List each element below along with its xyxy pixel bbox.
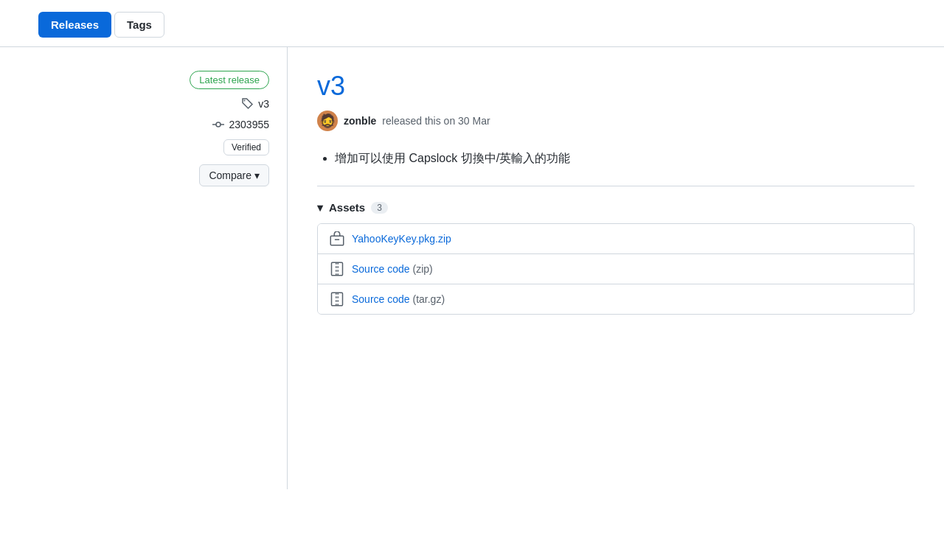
asset-link-zip[interactable]: Source code (zip)	[352, 263, 433, 275]
author-avatar: 🧔	[317, 111, 338, 131]
archive-icon	[330, 262, 344, 276]
sidebar: Latest release v3 2303955 Verified Compa…	[0, 47, 288, 489]
asset-name: Source code	[352, 293, 410, 305]
asset-item: YahooKeyKey.pkg.zip	[318, 224, 914, 254]
release-meta: 🧔 zonble released this on 30 Mar	[317, 111, 914, 131]
targz-icon	[330, 292, 344, 307]
tab-tags[interactable]: Tags	[114, 12, 164, 38]
release-body-item: 增加可以使用 Capslock 切換中/英輸入的功能	[335, 149, 914, 168]
svg-point-0	[244, 100, 246, 102]
release-version-title: v3	[317, 71, 914, 102]
asset-name: Source code	[352, 263, 410, 275]
svg-rect-4	[330, 236, 344, 245]
tag-icon	[242, 98, 254, 110]
asset-item: Source code (tar.gz)	[318, 284, 914, 314]
release-body: 增加可以使用 Capslock 切換中/英輸入的功能	[317, 149, 914, 168]
asset-suffix: (tar.gz)	[410, 293, 445, 305]
asset-link-pkg[interactable]: YahooKeyKey.pkg.zip	[352, 233, 451, 245]
svg-rect-6	[332, 262, 343, 276]
asset-item: Source code (zip)	[318, 254, 914, 284]
asset-suffix: (zip)	[410, 263, 433, 275]
asset-link-targz[interactable]: Source code (tar.gz)	[352, 293, 445, 305]
release-meta-text: released this on 30 Mar	[382, 115, 490, 127]
asset-name: YahooKeyKey.pkg.zip	[352, 233, 451, 245]
zip-icon	[330, 262, 344, 276]
assets-divider	[317, 186, 914, 186]
compare-chevron-icon: ▾	[254, 169, 260, 181]
release-content: v3 🧔 zonble released this on 30 Mar 增加可以…	[288, 47, 944, 489]
pkg-icon	[330, 231, 344, 246]
tab-releases[interactable]: Releases	[38, 12, 111, 38]
tab-bar: Releases Tags	[0, 0, 944, 38]
assets-label: Assets	[329, 201, 365, 214]
compare-label: Compare	[209, 169, 251, 181]
verified-badge: Verified	[223, 139, 269, 155]
author-name[interactable]: zonble	[344, 115, 376, 127]
svg-point-1	[216, 122, 221, 127]
commit-hash: 2303955	[229, 119, 269, 130]
svg-rect-9	[332, 293, 343, 306]
assets-list: YahooKeyKey.pkg.zipSource code (zip)Sour…	[317, 223, 914, 315]
latest-release-badge: Latest release	[190, 71, 269, 89]
package-icon	[330, 231, 344, 246]
sidebar-tag: v3	[242, 98, 269, 110]
assets-chevron-icon: ▾	[317, 201, 323, 214]
archive-tar-icon	[330, 292, 344, 307]
assets-count-badge: 3	[371, 202, 388, 214]
assets-header: ▾ Assets 3	[317, 201, 914, 214]
main-layout: Latest release v3 2303955 Verified Compa…	[0, 47, 944, 489]
commit-icon	[212, 119, 224, 130]
sidebar-tag-name: v3	[258, 98, 269, 110]
sidebar-commit: 2303955	[212, 119, 269, 130]
compare-button[interactable]: Compare ▾	[199, 164, 269, 186]
